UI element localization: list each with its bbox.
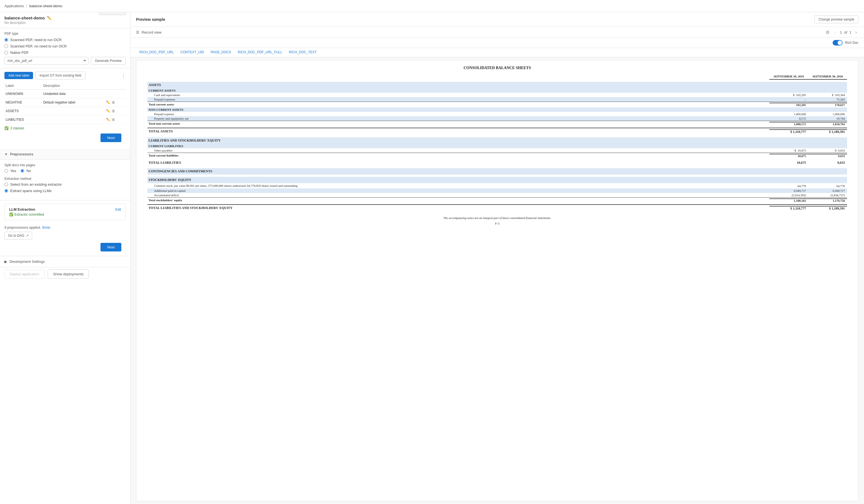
- total-pages: 1: [849, 30, 851, 34]
- pdf-option-scanned-no-ocr-label: Scanned PDF, no need to run OCR: [10, 44, 67, 48]
- left-panel: Go to Studio balance-sheet-demo ✏️ No de…: [0, 12, 131, 504]
- go-to-dag-button[interactable]: Go to DAG ↗: [4, 232, 32, 239]
- pdf-option-native-label: Native PDF: [10, 50, 28, 55]
- more-options-icon[interactable]: ⋮: [121, 73, 126, 78]
- edit-label-negative-icon[interactable]: ✏️: [106, 100, 110, 105]
- classes-count-text: 3 classes: [10, 126, 24, 130]
- preprocessors-footer: 9 preprocessors applied. Show Go to DAG …: [0, 223, 130, 256]
- label-negative: NEGATIVE: [4, 98, 42, 107]
- import-gt-button[interactable]: Import GT from existing field: [35, 72, 85, 79]
- dev-settings-header[interactable]: ▶ Development Settings: [0, 256, 130, 267]
- document-tabs: RICH_DOC_PDF_URL CONTEXT_UID PAGE_DOCS R…: [131, 48, 864, 57]
- settings-gear-button[interactable]: ⚙: [826, 30, 830, 35]
- edit-app-name-icon[interactable]: ✏️: [47, 16, 52, 20]
- delete-label-negative-icon[interactable]: 🗑: [112, 100, 115, 105]
- bs-assets-title: ASSETS: [147, 82, 847, 88]
- bs-total-stockholders-equity: Total stockholders' equity 1,100,102 1,1…: [147, 197, 847, 203]
- goto-studio-button[interactable]: Go to Studio: [99, 12, 126, 15]
- table-row: Common stock, par value $0.001 per share…: [147, 183, 847, 188]
- table-row: Prepaid expense 1,000,000 1,000,000: [147, 112, 847, 116]
- check-circle-icon: ✅: [4, 126, 9, 130]
- tab-rich-doc-pdf-url[interactable]: RICH_DOC_PDF_URL: [136, 48, 177, 57]
- description-col-header: Description: [42, 82, 105, 90]
- split-docs-label: Split docs into pages: [4, 163, 126, 167]
- bs-stockholders-title: STOCKHOLDERS' EQUITY: [147, 177, 847, 183]
- bs-total-assets: TOTAL ASSETS $ 1,110,777 $ 1,189,391: [147, 128, 847, 135]
- tab-rich-doc-pdf-url-full[interactable]: RICH_DOC_PDF_URL_FULL: [235, 48, 286, 57]
- bs-page-number: F-3: [147, 222, 847, 225]
- table-row: Property and equipment, net 8,572 10,764: [147, 116, 847, 121]
- pdf-option-scanned-ocr[interactable]: Scanned PDF, need to run OCR: [4, 38, 126, 42]
- next-button-2[interactable]: Next: [100, 243, 121, 251]
- next-page-button[interactable]: ›: [854, 29, 859, 35]
- preprocessors-header[interactable]: ▼ Preprocessors: [0, 149, 130, 160]
- preview-toolbar: ☰ Record view ⚙ ‹ 1 of 1 ›: [131, 27, 864, 38]
- add-new-label-button[interactable]: Add new label: [4, 72, 33, 79]
- labels-table: Label Description UNKNOWN Unlabeled data…: [4, 82, 126, 124]
- page-of-text: of: [844, 30, 847, 34]
- table-row: Additional paid-in capital 6,949,717 6,9…: [147, 188, 847, 193]
- deploy-application-button[interactable]: Deploy application: [4, 270, 45, 279]
- bs-total-non-current-assets: Total non-current assets 1,008,572 1,010…: [147, 121, 847, 126]
- pdf-type-section: PDF type Scanned PDF, need to run OCR Sc…: [0, 28, 130, 68]
- top-nav: Applications / balance-sheet-demo: [0, 0, 864, 12]
- delete-label-liabilities-icon[interactable]: 🗑: [112, 118, 115, 122]
- chevron-down-icon: ▼: [4, 152, 8, 156]
- rich-doc-toggle-switch[interactable]: [832, 40, 843, 46]
- actions-col-header: [105, 82, 126, 90]
- bs-footer: The accompanying notes are an integral p…: [147, 216, 847, 220]
- pdf-option-native[interactable]: Native PDF: [4, 50, 126, 55]
- extraction-existing-option[interactable]: Select from an existing extractor: [4, 182, 126, 186]
- prev-page-button[interactable]: ‹: [833, 29, 838, 35]
- committed-check-icon: ✅: [9, 212, 13, 217]
- description-liabilities: [42, 115, 105, 124]
- bs-col2-header: SEPTEMBER 30, 2018: [808, 75, 847, 79]
- tab-rich-doc-text[interactable]: RICH_DOC_TEXT: [286, 48, 320, 57]
- bs-total-current-liabilities: Total current liabilities 10,675 9,633: [147, 153, 847, 159]
- main-layout: Go to Studio balance-sheet-demo ✏️ No de…: [0, 12, 864, 504]
- llm-edit-link[interactable]: Edit: [115, 208, 121, 211]
- change-preview-button[interactable]: Change preview sample: [814, 15, 859, 23]
- record-view-toggle[interactable]: ☰ Record view: [136, 30, 161, 34]
- show-preprocessors-link[interactable]: Show: [42, 226, 50, 230]
- left-header: Go to Studio balance-sheet-demo ✏️ No de…: [0, 12, 130, 28]
- current-page: 1: [840, 30, 842, 34]
- extraction-method-label: Extraction method: [4, 177, 126, 181]
- split-yes-label: Yes: [10, 169, 16, 173]
- chevron-right-icon: ▶: [4, 259, 7, 264]
- preprocessors-applied-text: 9 preprocessors applied.: [4, 226, 41, 230]
- bs-current-liabilities-header: CURRENT LIABILITIES: [147, 144, 847, 148]
- dev-settings-title: Development Settings: [10, 259, 45, 264]
- bs-total-liabilities: TOTAL LIABILITIES 10,675 9,633: [147, 160, 847, 166]
- edit-label-liabilities-icon[interactable]: ✏️: [106, 118, 110, 122]
- label-unknown: UNKNOWN: [4, 90, 42, 98]
- record-view-label: Record view: [142, 30, 161, 34]
- tab-page-docs[interactable]: PAGE_DOCS: [207, 48, 235, 57]
- delete-label-assets-icon[interactable]: 🗑: [112, 109, 115, 113]
- split-yes-option[interactable]: Yes: [4, 169, 16, 173]
- generate-preview-button[interactable]: Generate Preview: [91, 57, 126, 65]
- pagination: ‹ 1 of 1 ›: [833, 29, 859, 35]
- bs-non-current-assets-header: NON-CURRENT ASSETS: [147, 107, 847, 112]
- balance-sheet: CONSOLIDATED BALANCE SHEETS SEPTEMBER 30…: [147, 66, 847, 225]
- rich-doc-toggle-label: Rich Doc: [845, 41, 859, 45]
- show-deployments-button[interactable]: Show deployments: [48, 270, 89, 279]
- extractor-committed-status: ✅ Extractor committed: [9, 212, 121, 217]
- bs-liabilities-title: LIABILITIES AND STOCKHOLDERS' EQUITY: [147, 137, 847, 144]
- extraction-llms-option[interactable]: Extract spans using LLMs: [4, 189, 126, 193]
- right-panel: Preview sample Change preview sample ☰ R…: [131, 12, 864, 504]
- split-no-option[interactable]: No: [21, 169, 31, 173]
- pdf-option-scanned-no-ocr[interactable]: Scanned PDF, no need to run OCR: [4, 44, 126, 48]
- pdf-type-label: PDF type: [4, 32, 126, 36]
- next-button-1[interactable]: Next: [100, 134, 121, 142]
- preprocessors-content: Split docs into pages Yes No Extraction …: [0, 160, 130, 200]
- table-row: Accumulated deficit (5,914,393) (5,834,7…: [147, 193, 847, 197]
- edit-label-assets-icon[interactable]: ✏️: [106, 109, 110, 113]
- applications-link[interactable]: Applications: [4, 4, 24, 8]
- tab-context-uid[interactable]: CONTEXT_UID: [177, 48, 207, 57]
- pdf-url-field-select[interactable]: rich_doc_pdf_url: [4, 57, 88, 65]
- bs-column-headers: SEPTEMBER 30, 2019 SEPTEMBER 30, 2018: [147, 75, 847, 79]
- app-title-text: balance-sheet-demo: [4, 15, 45, 20]
- extraction-method-row: Extraction method Select from an existin…: [4, 177, 126, 193]
- current-app-name: balance-sheet-demo: [29, 4, 62, 8]
